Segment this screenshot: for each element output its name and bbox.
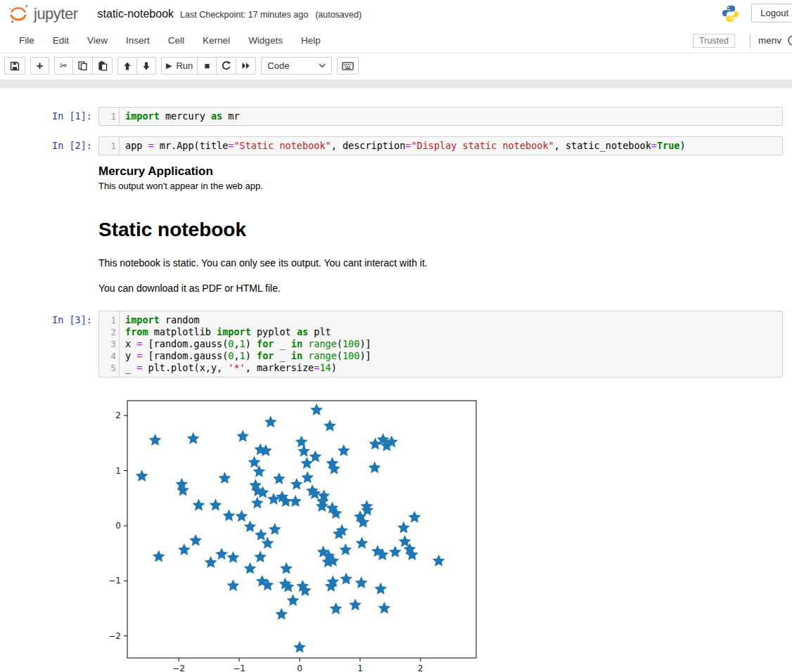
star-marker xyxy=(136,470,148,482)
star-marker xyxy=(244,520,257,532)
trusted-badge: Trusted xyxy=(693,34,735,48)
star-marker xyxy=(219,472,231,484)
code-cell-3: In [3]: 12345import randomfrom matplotli… xyxy=(0,311,792,377)
star-marker xyxy=(227,551,240,563)
star-marker xyxy=(339,543,352,555)
plot-output: −2−1012−2−1012 xyxy=(0,388,792,672)
star-marker xyxy=(298,445,310,457)
cell-type-dropdown[interactable]: Code xyxy=(261,57,332,75)
interrupt-kernel-button[interactable]: ■ xyxy=(198,57,217,75)
logout-button[interactable]: Logout xyxy=(751,4,792,22)
star-marker xyxy=(433,555,445,567)
play-icon: ▶ xyxy=(166,61,172,70)
run-label: Run xyxy=(176,60,193,71)
cut-cell-button[interactable]: ✂ xyxy=(54,57,73,75)
code-input[interactable]: 1app = mr.App(title="Static notebook", d… xyxy=(98,136,783,155)
markdown-paragraph-2: You can download it as PDF or HTML file. xyxy=(98,283,428,294)
menu-help[interactable]: Help xyxy=(292,29,330,52)
star-marker xyxy=(267,493,280,505)
mercury-app-title: Mercury Application xyxy=(98,164,263,179)
star-marker xyxy=(290,478,303,490)
menu-kernel[interactable]: Kernel xyxy=(193,29,239,52)
plus-icon: + xyxy=(37,60,44,72)
cell-prompt: In [1]: xyxy=(0,107,98,126)
restart-run-all-button[interactable] xyxy=(236,57,256,75)
star-marker xyxy=(330,602,343,614)
star-marker xyxy=(193,499,205,511)
star-marker xyxy=(153,550,165,562)
copy-icon xyxy=(77,60,88,71)
star-marker xyxy=(369,461,381,473)
mercury-app-text: This output won't appear in the web app. xyxy=(98,181,263,191)
star-marker xyxy=(269,523,281,535)
star-marker xyxy=(255,529,267,541)
arrow-up-icon xyxy=(122,61,132,71)
star-marker xyxy=(273,472,286,484)
star-marker xyxy=(178,543,191,555)
menu-edit[interactable]: Edit xyxy=(44,29,78,52)
menu-cell[interactable]: Cell xyxy=(159,29,193,52)
checkpoint-status: Last Checkpoint: 17 minutes ago xyxy=(180,10,308,20)
star-marker xyxy=(236,510,248,522)
restart-icon xyxy=(221,60,231,71)
jupyter-wordmark: jupyter xyxy=(34,5,78,23)
restart-kernel-button[interactable] xyxy=(217,57,236,75)
menu-widgets[interactable]: Widgets xyxy=(239,29,292,52)
run-button[interactable]: ▶ Run xyxy=(161,57,198,75)
code-cell-2: In [2]: 1app = mr.App(title="Static note… xyxy=(0,136,792,155)
toolbar: + ✂ ▶ xyxy=(0,53,792,79)
star-marker xyxy=(309,451,321,463)
menu-file[interactable]: File xyxy=(10,29,44,52)
star-marker xyxy=(223,509,236,521)
star-marker xyxy=(295,435,308,447)
python-kernel-logo-icon xyxy=(721,4,740,26)
arrow-down-icon xyxy=(141,61,151,71)
move-cell-up-button[interactable] xyxy=(117,57,137,75)
jupyter-logo[interactable]: jupyter xyxy=(6,4,78,24)
star-marker xyxy=(356,537,369,549)
star-marker xyxy=(340,573,352,585)
svg-text:−2: −2 xyxy=(172,664,185,672)
add-cell-button[interactable]: + xyxy=(30,57,49,75)
save-button[interactable] xyxy=(4,57,25,75)
star-marker xyxy=(187,432,200,444)
star-marker xyxy=(149,434,162,446)
star-marker xyxy=(289,495,302,507)
svg-text:2: 2 xyxy=(418,664,423,672)
cell-prompt: In [2]: xyxy=(0,136,98,155)
move-cell-down-button[interactable] xyxy=(137,57,156,75)
notebook-title[interactable]: static-notebook xyxy=(98,8,174,20)
star-marker xyxy=(215,548,228,560)
star-marker xyxy=(264,415,277,427)
svg-text:1: 1 xyxy=(357,664,363,672)
star-marker xyxy=(374,583,387,595)
keyboard-icon xyxy=(342,61,354,71)
star-marker xyxy=(210,499,222,511)
star-marker xyxy=(300,457,313,469)
star-marker xyxy=(310,403,323,415)
paste-cell-button[interactable] xyxy=(93,57,113,75)
code-input[interactable]: 1import mercury as mr xyxy=(98,107,783,126)
notebook-header: jupyter static-notebook Last Checkpoint:… xyxy=(0,0,792,28)
star-marker xyxy=(275,608,288,620)
menu-insert[interactable]: Insert xyxy=(117,29,159,52)
star-marker xyxy=(389,545,402,557)
kernel-name: menv xyxy=(758,35,781,46)
star-marker xyxy=(244,562,257,574)
scissors-icon: ✂ xyxy=(60,61,68,70)
star-marker xyxy=(227,579,240,591)
star-marker xyxy=(287,594,300,606)
star-marker xyxy=(280,562,293,574)
svg-text:0: 0 xyxy=(297,664,302,672)
copy-cell-button[interactable] xyxy=(73,57,93,75)
star-marker xyxy=(177,484,189,496)
menu-view[interactable]: View xyxy=(78,29,117,52)
code-input[interactable]: 12345import randomfrom matplotlib import… xyxy=(98,311,783,377)
header-shadow-band xyxy=(0,79,792,89)
command-palette-button[interactable] xyxy=(337,57,359,75)
jupyter-logo-icon xyxy=(6,4,30,24)
svg-text:−1: −1 xyxy=(233,664,245,672)
star-marker xyxy=(397,522,410,534)
stop-icon: ■ xyxy=(204,60,210,71)
svg-text:2: 2 xyxy=(115,411,121,420)
